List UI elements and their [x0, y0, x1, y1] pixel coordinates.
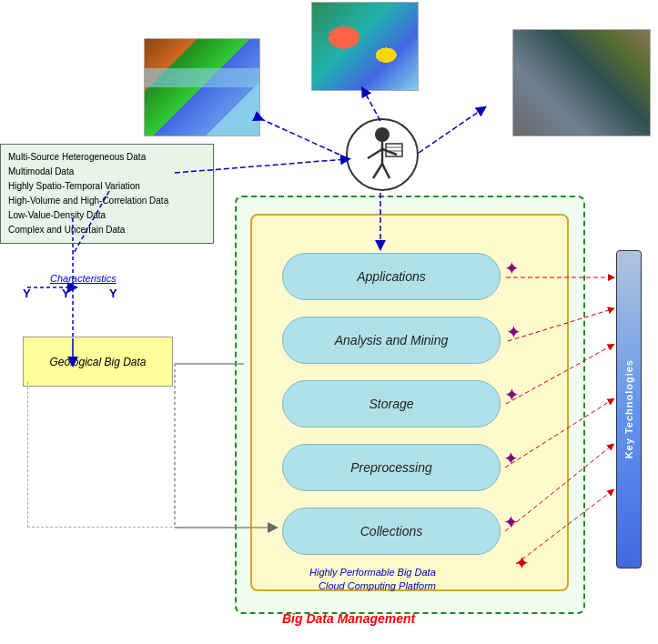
- y-label-1: Y: [23, 287, 31, 300]
- svg-line-12: [419, 109, 482, 153]
- star-purple-storage: ✦: [504, 384, 520, 406]
- data-characteristics-box: Multi-Source Heterogeneous Data Multimod…: [0, 144, 214, 244]
- pill-analysis: Analysis and Mining: [282, 317, 501, 364]
- star-red-bottom: ✦: [514, 552, 530, 574]
- svg-line-2: [368, 149, 382, 158]
- char-item-1: Multi-Source Heterogeneous Data: [8, 150, 206, 165]
- svg-line-11: [364, 91, 380, 121]
- char-item-4: High-Volume and High-Correlation Data: [8, 194, 206, 208]
- star-purple-applications: ✦: [504, 257, 520, 279]
- presenter-icon: [346, 118, 419, 191]
- char-item-6: Complex and Uncertain Data: [8, 223, 206, 237]
- svg-line-4: [373, 164, 382, 178]
- diagram-container: Multi-Source Heterogeneous Data Multimod…: [0, 0, 658, 644]
- connector-box: [27, 382, 246, 528]
- geo-big-data-label: Geological Big Data: [49, 356, 146, 368]
- star-purple-collections: ✦: [503, 511, 519, 533]
- y-label-2: Y: [62, 287, 70, 300]
- road-image: [512, 29, 651, 136]
- char-item-2: Multimodal Data: [8, 165, 206, 179]
- star-purple-preprocessing: ✦: [503, 448, 519, 469]
- characteristics-label: Characteristics: [50, 273, 116, 284]
- char-item-5: Low-Value-Density Data: [8, 208, 206, 223]
- star-purple-analysis: ✦: [506, 321, 521, 343]
- cloud-computing-platform-text: Cloud Computing Platform: [319, 580, 436, 591]
- pill-collections: Collections: [282, 508, 501, 555]
- pill-storage: Storage: [282, 380, 501, 428]
- geo-big-data-box: Geological Big Data: [23, 337, 173, 387]
- pill-preprocessing: Preprocessing: [282, 444, 501, 491]
- svg-line-10: [259, 118, 339, 155]
- highly-performable-text: Highly Performable Big Data: [309, 567, 436, 578]
- svg-point-0: [375, 127, 390, 142]
- y-label-3: Y: [109, 287, 117, 300]
- char-item-3: Highly Spatio-Temporal Variation: [8, 179, 206, 194]
- svg-line-5: [382, 164, 390, 178]
- map-image: [311, 2, 419, 91]
- pill-applications: Applications: [282, 253, 501, 300]
- key-technologies-sidebar: Key Technologies: [616, 250, 642, 569]
- big-data-management-label: Big Data Management: [282, 611, 415, 626]
- svg-line-3: [382, 149, 397, 155]
- key-technologies-label: Key Technologies: [623, 359, 634, 458]
- geo-layers-image: [144, 38, 260, 136]
